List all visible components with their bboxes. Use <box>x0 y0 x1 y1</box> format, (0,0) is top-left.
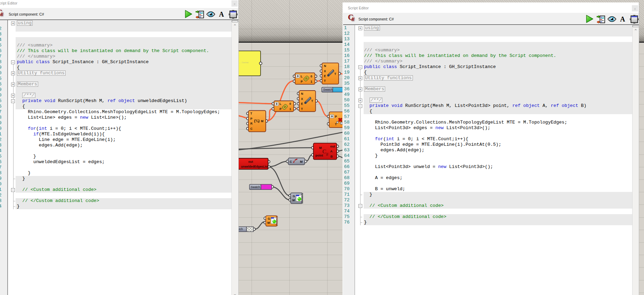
svg-text:P: P <box>280 107 282 111</box>
svg-text:R: R <box>251 122 253 125</box>
svg-text:T: T <box>251 112 253 115</box>
svg-text:P: P <box>335 115 337 118</box>
svg-text:X: X <box>301 97 303 101</box>
svg-text:...llected.: ...llected. <box>239 62 249 64</box>
svg-text:E: E <box>324 74 326 78</box>
svg-text:1: 1 <box>289 107 291 111</box>
svg-text:0: 0 <box>311 75 312 78</box>
svg-text:B: B <box>330 155 333 158</box>
svg-text:C: C <box>290 160 292 163</box>
svg-text:N: N <box>301 92 303 95</box>
svg-text:Swatch: Swatch <box>323 88 333 91</box>
svg-text:M: M <box>261 119 263 123</box>
svg-text:out: out <box>248 160 253 163</box>
svg-text:N: N <box>324 64 326 68</box>
svg-text:M: M <box>319 146 322 150</box>
svg-text:L: L <box>280 102 281 106</box>
svg-text:G: G <box>268 217 270 220</box>
svg-text:T: T <box>334 72 337 76</box>
svg-text:E: E <box>301 102 303 106</box>
svg-text:1: 1 <box>311 80 312 83</box>
svg-text:C: C <box>251 127 253 130</box>
svg-text:G: G <box>293 194 295 198</box>
svg-text:T: T <box>311 99 313 103</box>
svg-text:out: out <box>330 145 335 148</box>
svg-text:P: P <box>301 80 303 83</box>
svg-text:T: T <box>324 79 326 83</box>
svg-text:(¾): (¾) <box>254 119 260 123</box>
svg-text:X: X <box>324 69 326 73</box>
svg-text:Swatch: Swatch <box>251 186 260 189</box>
svg-text:#: # <box>326 152 329 157</box>
svg-text:P: P <box>251 117 253 120</box>
svg-text:A: A <box>330 150 333 153</box>
svg-text:L: L <box>301 75 303 78</box>
svg-text:0: 0 <box>289 102 291 106</box>
svg-text:M: M <box>300 160 303 163</box>
svg-text:M: M <box>268 221 270 225</box>
svg-text:unweldedEdgesList: unweldedEdgesList <box>241 165 268 168</box>
svg-text:M: M <box>293 199 295 202</box>
svg-text:T: T <box>301 107 303 111</box>
